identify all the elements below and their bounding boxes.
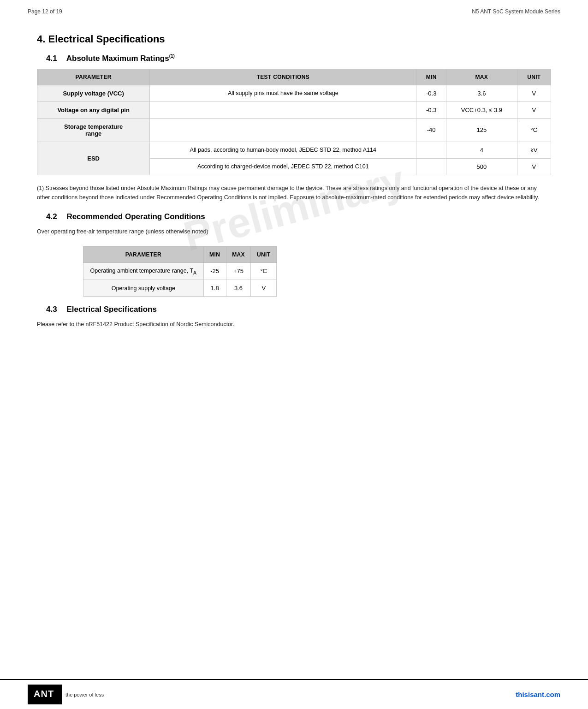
row-param: Storage temperaturerange (37, 118, 150, 142)
ant-logo-svg: ANT (31, 686, 59, 701)
row-param: Operating ambient temperature range, TA (83, 262, 204, 280)
table-row: Voltage on any digital pin -0.3 VCC+0.3,… (37, 101, 551, 118)
page-number: Page 12 of 19 (28, 8, 62, 15)
row-min: -40 (416, 118, 446, 142)
row-min (416, 158, 446, 175)
col-unit: Unit (517, 69, 551, 85)
row-max: 3.6 (226, 280, 251, 297)
page-header: Page 12 of 19 N5 ANT SoC System Module S… (0, 0, 588, 19)
rec-operating-table: PARAMETER Min Max Unit Operating ambient… (83, 246, 277, 297)
row-conditions: All supply pins must have the same volta… (150, 85, 416, 101)
row-max: VCC+0.3, ≤ 3.9 (446, 101, 517, 118)
table-row: ESD All pads, according to human-body mo… (37, 142, 551, 158)
row-param: Voltage on any digital pin (37, 101, 150, 118)
row-conditions (150, 118, 416, 142)
row-min: -25 (203, 262, 226, 280)
row-min: -0.3 (416, 85, 446, 101)
row-unit: V (517, 158, 551, 175)
row-unit: kV (517, 142, 551, 158)
col-min: Min (203, 246, 226, 262)
row-max: +75 (226, 262, 251, 280)
ant-logo: ANT the power of less (28, 685, 104, 704)
col-max: Max (446, 69, 517, 85)
table-row: Operating supply voltage 1.8 3.6 V (83, 280, 277, 297)
abs-max-table: PARAMETER TEST CONDITIONS Min Max Unit S… (37, 69, 551, 175)
row-min: -0.3 (416, 101, 446, 118)
table-row: Operating ambient temperature range, TA … (83, 262, 277, 280)
row-conditions (150, 101, 416, 118)
row-unit: V (517, 85, 551, 101)
page-footer: ANT the power of less thisisant.com (0, 679, 588, 709)
row-min (416, 142, 446, 158)
document-title: N5 ANT SoC System Module Series (472, 8, 560, 15)
col-min: Min (416, 69, 446, 85)
ant-tagline: the power of less (65, 692, 104, 697)
subsection42-desc: Over operating free-air temperature rang… (37, 227, 551, 236)
table-row: Supply voltage (VCC) All supply pins mus… (37, 85, 551, 101)
row-unit: °C (251, 262, 277, 280)
col-unit: Unit (251, 246, 277, 262)
subsection43-desc: Please refer to the nRF51422 Product Spe… (37, 320, 551, 329)
col-parameter: PARAMETER (83, 246, 204, 262)
row-conditions: According to charged-device model, JEDEC… (150, 158, 416, 175)
subsection42-title: 4.2 Recommended Operating Conditions (46, 212, 551, 221)
row-param: ESD (37, 142, 150, 175)
row-param: Operating supply voltage (83, 280, 204, 297)
row-min: 1.8 (203, 280, 226, 297)
footnote: (1) Stresses beyond those listed under A… (37, 184, 551, 202)
row-max: 3.6 (446, 85, 517, 101)
section4-title: 4. Electrical Specifications (37, 33, 551, 45)
col-parameter: PARAMETER (37, 69, 150, 85)
ant-logo-box: ANT (28, 685, 62, 704)
subsection41-title: 4.1 Absolute Maximum Ratings(1) (46, 54, 551, 63)
svg-text:ANT: ANT (34, 689, 54, 699)
row-unit: °C (517, 118, 551, 142)
row-unit: V (517, 101, 551, 118)
col-test-conditions: TEST CONDITIONS (150, 69, 416, 85)
row-conditions: All pads, according to human-body model,… (150, 142, 416, 158)
footer-brand: thisisant.com (516, 691, 560, 698)
row-max: 500 (446, 158, 517, 175)
row-max: 4 (446, 142, 517, 158)
row-param: Supply voltage (VCC) (37, 85, 150, 101)
row-max: 125 (446, 118, 517, 142)
col-max: Max (226, 246, 251, 262)
table-row: Storage temperaturerange -40 125 °C (37, 118, 551, 142)
subsection43-title: 4.3 Electrical Specifications (46, 305, 551, 314)
row-unit: V (251, 280, 277, 297)
